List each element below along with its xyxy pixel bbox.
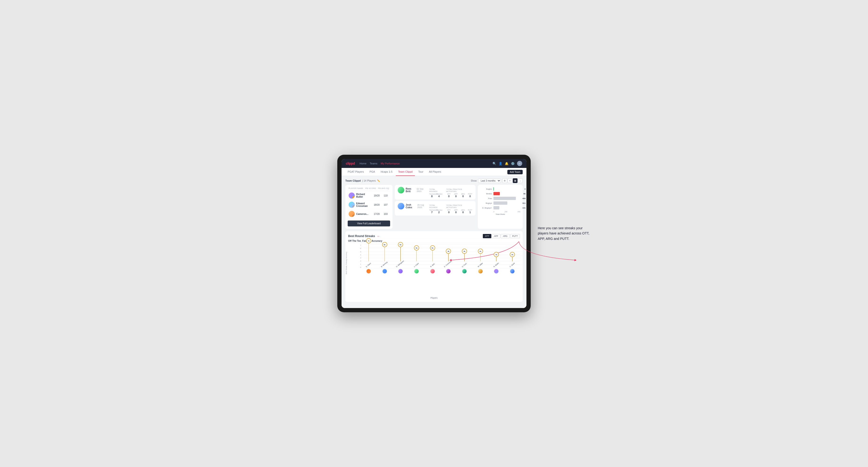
period-select[interactable]: Last 3 months bbox=[478, 179, 501, 183]
chart-panel: Eagles 3 Birdies 96 bbox=[478, 185, 523, 229]
detail-view-btn[interactable]: ↓ bbox=[518, 178, 523, 183]
chart-row-bogeys: Bogeys 311 bbox=[480, 201, 520, 205]
player-name: Edward Crossman bbox=[356, 202, 372, 207]
subnav-all-players[interactable]: All Players bbox=[427, 168, 444, 176]
edit-icon[interactable]: ✏️ bbox=[377, 180, 380, 182]
col-player-name: PLAYER NAME bbox=[349, 187, 363, 189]
player-name: Cameron... bbox=[356, 213, 372, 215]
show-controls: Show Last 3 months ⊞ ≡ ▦ ↓ bbox=[471, 178, 523, 183]
streaks-section: Best Round Streaks ← OTT APP ARG PUTT Of… bbox=[345, 231, 523, 302]
y-axis-title: Best Streak, Fairway Accuracy bbox=[346, 252, 347, 274]
player-col-ford: 4x D. Ford bbox=[456, 238, 472, 261]
avatar[interactable]: U bbox=[517, 161, 522, 166]
pb-score: 18/20 bbox=[373, 204, 380, 206]
player-scores: 19/20 110 bbox=[373, 194, 389, 197]
total-rounds-group: Total Rounds Tournament Practice 8 4 bbox=[429, 188, 441, 198]
table-row[interactable]: 3 Cameron... 17/20 103 bbox=[348, 210, 390, 219]
col-pb-avg: PB AVG SQ bbox=[378, 187, 389, 189]
streak-bubble: 6x bbox=[382, 242, 387, 247]
settings-icon[interactable]: ⚙️ bbox=[511, 162, 515, 165]
grid-view-btn[interactable]: ⊞ bbox=[502, 178, 507, 183]
nav-my-performance[interactable]: My Performance bbox=[381, 162, 400, 165]
nav-teams[interactable]: Teams bbox=[370, 162, 377, 165]
player-scores: 18/20 107 bbox=[373, 204, 389, 206]
team-count: | 14 Players bbox=[362, 179, 376, 182]
player-avatar-bottom bbox=[382, 269, 387, 274]
rank-badge: 2 bbox=[352, 206, 355, 208]
streak-players: 7x E. Ebert 6x B. McHarg bbox=[361, 238, 520, 261]
cards-panel: Rees Britt 02 Sep 2023 Total Rounds Tour… bbox=[395, 185, 475, 229]
col-pb-score: PB SCORE bbox=[365, 187, 376, 189]
bell-icon[interactable]: 🔔 bbox=[505, 162, 508, 165]
player-scores: 17/20 103 bbox=[373, 213, 389, 215]
player-col-quick: 3x C. Quick bbox=[504, 238, 520, 261]
annotation-text: Here you can see streaks your players ha… bbox=[538, 225, 590, 241]
subnav-team-clippd[interactable]: Team Clippd bbox=[396, 168, 415, 176]
x-axis-label: Players bbox=[348, 283, 520, 299]
player-card: Rees Britt 02 Sep 2023 Total Rounds Tour… bbox=[395, 185, 475, 199]
practice-activities-group: Total Practice Activities OTT APP ARG PU… bbox=[446, 204, 473, 214]
player-avatar-bottom bbox=[478, 269, 483, 274]
pb-score: 19/20 bbox=[373, 194, 380, 197]
view-leaderboard-button[interactable]: View Full Leaderboard bbox=[348, 220, 390, 226]
streak-bubble: 7x bbox=[366, 238, 371, 243]
avatar: 1 bbox=[349, 192, 355, 198]
search-icon[interactable]: 🔍 bbox=[493, 162, 496, 165]
card-player-name: Josh Coles bbox=[406, 204, 416, 209]
player-col-ebert: 7x E. Ebert bbox=[361, 238, 377, 261]
nav-home[interactable]: Home bbox=[360, 162, 366, 165]
chart-row-eagles: Eagles 3 bbox=[480, 187, 520, 191]
card-player-name: Rees Britt bbox=[406, 187, 415, 193]
pb-avg: 110 bbox=[382, 194, 389, 197]
player-avatar-bottom bbox=[414, 269, 419, 274]
player-col-coles: 5x J. Coles bbox=[408, 238, 425, 261]
team-title: Team Clippd bbox=[345, 179, 361, 182]
pb-avg: 103 bbox=[382, 213, 389, 215]
player-col-miller: 4x M. Miller bbox=[472, 238, 489, 261]
streak-bubble: 3x bbox=[510, 252, 515, 257]
show-label: Show bbox=[471, 180, 477, 182]
practice-activities-group: Total Practice Activities OTT APP ARG PU… bbox=[446, 188, 473, 198]
chart-row-birdies: Birdies 96 bbox=[480, 192, 520, 195]
navbar: clippd Home Teams My Performance 🔍 👤 🔔 ⚙… bbox=[342, 159, 526, 168]
card-date: 02 Sep 2023 bbox=[416, 188, 427, 192]
subnav: PGAT Players PGA Hcaps 1-5 Team Clippd T… bbox=[342, 168, 526, 176]
table-row[interactable]: 2 Edward Crossman 18/20 107 bbox=[348, 200, 390, 210]
player-name: Richard Butler bbox=[356, 193, 372, 198]
pb-score: 17/20 bbox=[373, 213, 380, 215]
streak-bubble: 4x bbox=[446, 249, 451, 254]
player-avatar-bottom bbox=[366, 269, 371, 274]
streak-bubble: 3x bbox=[494, 252, 499, 257]
main-content: Team Clippd | 14 Players ✏️ Show Last 3 … bbox=[342, 176, 526, 308]
two-col-layout: PLAYER NAME PB SCORE PB AVG SQ 1 Richa bbox=[345, 185, 523, 229]
pb-avg: 107 bbox=[382, 204, 389, 206]
chart-x-labels: 0 200 400 bbox=[480, 211, 520, 213]
list-view-btn[interactable]: ≡ bbox=[507, 178, 512, 183]
leaderboard-panel: PLAYER NAME PB SCORE PB AVG SQ 1 Richa bbox=[345, 185, 393, 229]
streak-bubble: 4x bbox=[462, 249, 467, 254]
table-view-btn[interactable]: ▦ bbox=[513, 178, 518, 183]
streak-bubble: 6x bbox=[398, 242, 403, 247]
player-col-mcharg: 6x B. McHarg bbox=[377, 238, 393, 261]
streaks-arrow-icon: ← bbox=[377, 234, 380, 238]
player-col-billingham: 6x D. Billingham bbox=[393, 238, 408, 261]
add-team-button[interactable]: Add Team bbox=[507, 170, 523, 174]
player-col-britt: 5x R. Britt bbox=[425, 238, 441, 261]
subnav-pga[interactable]: PGA bbox=[367, 168, 377, 176]
team-header: Team Clippd | 14 Players ✏️ Show Last 3 … bbox=[345, 178, 523, 183]
subnav-hcaps[interactable]: Hcaps 1-5 bbox=[378, 168, 395, 176]
table-row[interactable]: 1 Richard Butler 19/20 110 bbox=[348, 191, 390, 200]
person-icon[interactable]: 👤 bbox=[499, 162, 502, 165]
rank-badge: 3 bbox=[352, 215, 355, 217]
subnav-pgat[interactable]: PGAT Players bbox=[345, 168, 366, 176]
subnav-tour[interactable]: Tour bbox=[416, 168, 426, 176]
streaks-title: Best Round Streaks bbox=[348, 235, 375, 238]
nav-right: 🔍 👤 🔔 ⚙️ U bbox=[493, 161, 522, 166]
player-avatar-bottom bbox=[430, 269, 435, 274]
streak-bubble: 4x bbox=[478, 249, 483, 254]
player-col-butler: 3x R. Butler bbox=[489, 238, 504, 261]
card-date: 26 Aug 2023 bbox=[417, 204, 427, 209]
player-col-crossman: 4x E. Crossman bbox=[441, 238, 457, 261]
nav-links: Home Teams My Performance bbox=[360, 162, 400, 165]
annotation: Here you can see streaks your players ha… bbox=[538, 225, 590, 241]
